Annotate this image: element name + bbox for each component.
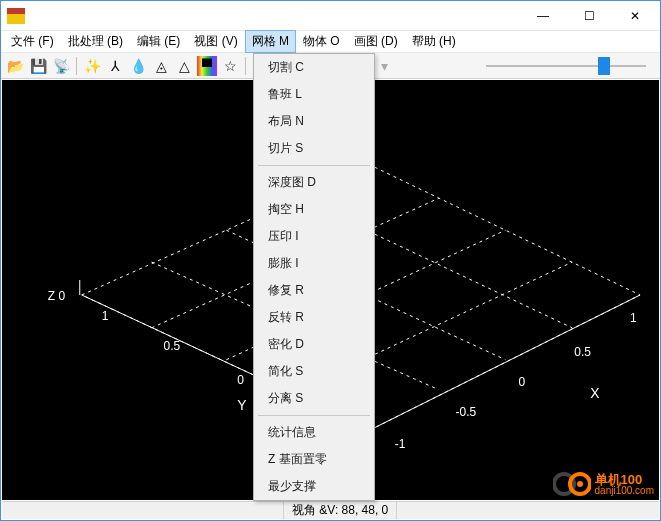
- watermark-url: danji100.com: [595, 486, 654, 496]
- menu-mesh-item[interactable]: 切割 C: [254, 54, 374, 81]
- maximize-button[interactable]: ☐: [566, 1, 612, 31]
- star-icon[interactable]: ☆: [220, 56, 240, 76]
- menu-mesh-dropdown: 切割 C鲁班 L布局 N切片 S深度图 D掏空 H压印 I膨胀 I修复 R反转 …: [253, 53, 375, 501]
- menu-mesh[interactable]: 网格 M: [246, 31, 295, 52]
- transmit-icon[interactable]: 📡: [51, 56, 71, 76]
- menu-object[interactable]: 物体 O: [297, 31, 346, 52]
- menu-mesh-item[interactable]: Z 基面置零: [254, 446, 374, 473]
- svg-text:1: 1: [102, 309, 109, 323]
- menu-view[interactable]: 视图 (V): [188, 31, 243, 52]
- rainbow-icon[interactable]: ▀: [197, 56, 217, 76]
- menubar: 文件 (F)批处理 (B)编辑 (E)视图 (V)网格 M物体 O画图 (D)帮…: [1, 31, 660, 53]
- menu-mesh-item[interactable]: 修复 R: [254, 277, 374, 304]
- branch-icon[interactable]: ⅄: [105, 56, 125, 76]
- watermark-logo-icon: [553, 470, 591, 498]
- svg-text:Z 0: Z 0: [48, 289, 66, 303]
- cone-icon[interactable]: △: [174, 56, 194, 76]
- titlebar: — ☐ ✕: [1, 1, 660, 31]
- svg-text:0.5: 0.5: [574, 345, 591, 359]
- close-button[interactable]: ✕: [612, 1, 658, 31]
- watermark: 单机100 danji100.com: [553, 470, 654, 498]
- status-cell-0: [2, 502, 284, 519]
- menu-mesh-item[interactable]: 最少支撑: [254, 473, 374, 500]
- menu-mesh-item[interactable]: 掏空 H: [254, 196, 374, 223]
- app-icon: [7, 8, 25, 24]
- menu-edit[interactable]: 编辑 (E): [131, 31, 186, 52]
- svg-text:-1: -1: [395, 437, 406, 451]
- menu-mesh-item[interactable]: 统计信息: [254, 419, 374, 446]
- svg-text:1: 1: [630, 311, 637, 325]
- statusbar: 视角 &V: 88, 48, 0: [2, 501, 659, 519]
- status-view-angle: 视角 &V: 88, 48, 0: [284, 502, 397, 519]
- menu-mesh-item[interactable]: 简化 S: [254, 358, 374, 385]
- zoom-slider[interactable]: [486, 56, 646, 76]
- menu-mesh-item[interactable]: 鲁班 L: [254, 81, 374, 108]
- watermark-text-cn: 单机100: [595, 473, 654, 486]
- svg-point-25: [577, 481, 583, 487]
- menu-mesh-item[interactable]: 切片 S: [254, 135, 374, 162]
- svg-text:0.5: 0.5: [164, 339, 181, 353]
- drip-icon[interactable]: 💧: [128, 56, 148, 76]
- svg-line-8: [371, 295, 640, 430]
- menu-draw[interactable]: 画图 (D): [348, 31, 404, 52]
- redo-dd-icon[interactable]: ▾: [374, 56, 394, 76]
- minimize-button[interactable]: —: [520, 1, 566, 31]
- spark-icon[interactable]: ✨: [82, 56, 102, 76]
- svg-text:0: 0: [237, 373, 244, 387]
- menu-batch[interactable]: 批处理 (B): [62, 31, 129, 52]
- prism-icon[interactable]: ◬: [151, 56, 171, 76]
- menu-help[interactable]: 帮助 (H): [406, 31, 462, 52]
- menu-mesh-item[interactable]: 压印 I: [254, 223, 374, 250]
- svg-text:-0.5: -0.5: [456, 405, 477, 419]
- menu-mesh-item[interactable]: 分离 S: [254, 385, 374, 412]
- slider-thumb[interactable]: [598, 57, 610, 75]
- menu-mesh-item[interactable]: 密化 D: [254, 331, 374, 358]
- svg-text:Y: Y: [237, 397, 246, 413]
- menu-mesh-item[interactable]: 膨胀 I: [254, 250, 374, 277]
- open-icon[interactable]: 📂: [5, 56, 25, 76]
- menu-mesh-item[interactable]: 反转 R: [254, 304, 374, 331]
- svg-text:0: 0: [518, 375, 525, 389]
- svg-text:X: X: [590, 385, 599, 401]
- menu-file[interactable]: 文件 (F): [5, 31, 60, 52]
- save-icon[interactable]: 💾: [28, 56, 48, 76]
- menu-mesh-item[interactable]: 布局 N: [254, 108, 374, 135]
- menu-mesh-item[interactable]: 深度图 D: [254, 169, 374, 196]
